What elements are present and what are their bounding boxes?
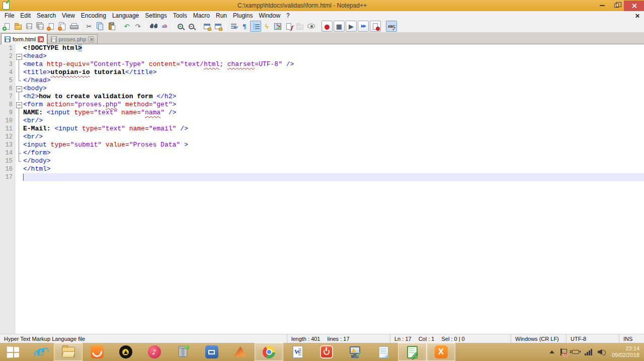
- toolbar-sync-vertical-scroll-button[interactable]: [201, 21, 212, 32]
- editor-line[interactable]: <h2>how to create validation form </h2>: [23, 93, 644, 101]
- toolbar-copy-button[interactable]: [95, 21, 106, 32]
- taskbar-vmware-icon[interactable]: [197, 343, 226, 361]
- toolbar-close-button[interactable]: [46, 21, 57, 32]
- menu-item-search[interactable]: Search: [34, 12, 59, 20]
- toolbar-document-map-button[interactable]: [272, 21, 283, 32]
- toolbar-show-all-characters-button[interactable]: ¶: [239, 21, 250, 32]
- tab-close-icon[interactable]: [38, 36, 44, 42]
- menu-item-help[interactable]: ?: [283, 12, 293, 20]
- editor-line[interactable]: <!DOCTYPE html>: [23, 44, 644, 52]
- menu-item-edit[interactable]: Edit: [17, 12, 34, 20]
- taskbar-shutdown-icon[interactable]: [312, 343, 341, 361]
- editor-line[interactable]: <body>: [23, 85, 644, 93]
- editor-line[interactable]: <br/>: [23, 117, 644, 125]
- toolbar-zoom-out-button[interactable]: −: [186, 21, 197, 32]
- toolbar-undo-button[interactable]: ↶: [121, 21, 132, 32]
- menu-item-macro[interactable]: Macro: [190, 12, 213, 20]
- toolbar-spell-check-button[interactable]: ABC✓: [386, 21, 397, 32]
- taskbar-file-explorer-icon[interactable]: [54, 343, 83, 361]
- taskbar-notepad-plus-plus-icon[interactable]: [398, 343, 427, 361]
- toolbar-redo-button[interactable]: ↷: [132, 21, 143, 32]
- toolbar-save-all-button[interactable]: [35, 21, 46, 32]
- menu-close-icon[interactable]: [635, 14, 639, 18]
- status-typing-mode[interactable]: INS: [619, 334, 644, 343]
- close-button[interactable]: [624, 1, 644, 11]
- taskbar-clock[interactable]: 23:14 09/02/2018: [612, 345, 639, 358]
- toolbar-print-button[interactable]: [68, 21, 79, 32]
- power-battery-icon[interactable]: [572, 350, 579, 354]
- network-signal-icon[interactable]: [585, 349, 592, 355]
- editor-line[interactable]: <title>utopian-io tutorial</title>: [23, 68, 644, 77]
- taskbar-internet-explorer-icon[interactable]: e: [25, 343, 54, 361]
- taskbar-start-button[interactable]: [1, 343, 25, 361]
- taskbar-aimp-icon[interactable]: [111, 343, 140, 361]
- taskbar-uc-browser-icon[interactable]: [83, 343, 111, 361]
- show-hidden-icons-icon[interactable]: [549, 350, 554, 353]
- toolbar-zoom-in-button[interactable]: +: [175, 21, 186, 32]
- taskbar-word-icon[interactable]: W: [283, 343, 312, 361]
- fold-collapse-box[interactable]: [16, 101, 23, 109]
- taskbar-xampp-icon[interactable]: X: [427, 343, 455, 361]
- taskbar-chrome-icon[interactable]: [255, 343, 283, 361]
- action-center-icon[interactable]: [560, 348, 567, 356]
- code-editor[interactable]: 1234567891011121314151617 <!DOCTYPE html…: [0, 44, 644, 334]
- taskbar-ccleaner-icon[interactable]: [169, 343, 197, 361]
- editor-line[interactable]: </html>: [23, 165, 644, 173]
- menu-item-run[interactable]: Run: [213, 12, 230, 20]
- menu-item-encoding[interactable]: Encoding: [78, 12, 109, 20]
- menu-item-language[interactable]: Language: [109, 12, 142, 20]
- taskbar-notepad-icon[interactable]: [369, 343, 398, 361]
- toolbar-folder-as-workspace-button[interactable]: [294, 21, 305, 32]
- toolbar-find-button[interactable]: [148, 21, 159, 32]
- toolbar-macro-save-button[interactable]: [370, 21, 381, 32]
- editor-line[interactable]: <br/>: [23, 133, 644, 141]
- status-encoding[interactable]: UTF-8: [566, 334, 619, 343]
- toolbar-paste-button[interactable]: [106, 21, 117, 32]
- toolbar-function-list-button[interactable]: ϟ: [261, 21, 272, 32]
- minimize-button[interactable]: [595, 1, 609, 11]
- toolbar-close-all-button[interactable]: [57, 21, 68, 32]
- toolbar-macro-play-button[interactable]: ▶: [346, 21, 357, 32]
- toolbar-doc-switcher-button[interactable]: ƒ: [283, 21, 294, 32]
- editor-line-current[interactable]: [23, 173, 644, 181]
- menu-item-tools[interactable]: Tools: [170, 12, 190, 20]
- toolbar-word-wrap-button[interactable]: ↩: [228, 21, 239, 32]
- menu-item-view[interactable]: View: [59, 12, 78, 20]
- menu-item-settings[interactable]: Settings: [142, 12, 170, 20]
- toolbar-macro-record-button[interactable]: ●: [321, 21, 333, 32]
- taskbar-matlab-icon[interactable]: [226, 343, 255, 361]
- editor-line[interactable]: </head>: [23, 77, 644, 85]
- editor-line[interactable]: <input type="submit" value="Proses Data"…: [23, 141, 644, 149]
- toolbar-document-monitoring-button[interactable]: [305, 21, 316, 32]
- menu-item-window[interactable]: Window: [256, 12, 283, 20]
- editor-line[interactable]: NAME: <input type="text" name="nama" />: [23, 109, 644, 117]
- editor-line[interactable]: <meta http-equiv="Content-Type" content=…: [23, 60, 644, 68]
- toolbar-open-button[interactable]: [13, 21, 24, 32]
- fold-collapse-box[interactable]: [16, 52, 23, 60]
- volume-icon[interactable]: [598, 349, 606, 355]
- tab-form.html[interactable]: form.html: [1, 33, 47, 44]
- tab-proses.php[interactable]: proses.php: [47, 34, 98, 44]
- menu-item-file[interactable]: File: [2, 12, 17, 20]
- editor-line[interactable]: E-Mail: <input type="text" name="email" …: [23, 125, 644, 133]
- status-eol-format[interactable]: Windows (CR LF): [511, 334, 566, 343]
- fold-collapse-box[interactable]: [16, 85, 23, 93]
- toolbar-sync-horizontal-scroll-button[interactable]: [212, 21, 223, 32]
- editor-line[interactable]: <head>: [23, 52, 644, 60]
- toolbar-save-button[interactable]: [24, 21, 35, 32]
- toolbar-new-file-button[interactable]: [2, 21, 13, 32]
- toolbar-show-indent-guide-button[interactable]: [250, 21, 261, 32]
- toolbar-replace-button[interactable]: ab: [159, 21, 170, 32]
- tab-close-icon[interactable]: [88, 36, 94, 42]
- toolbar-cut-button[interactable]: ✂: [84, 21, 95, 32]
- editor-line[interactable]: <form action="proses.php" method="get">: [23, 101, 644, 109]
- menu-item-plugins[interactable]: Plugins: [230, 12, 256, 20]
- editor-line[interactable]: </body>: [23, 157, 644, 165]
- toolbar-macro-stop-button[interactable]: ■: [334, 21, 345, 32]
- taskbar-pc-activator-icon[interactable]: ✓: [341, 343, 369, 361]
- restore-button[interactable]: [609, 1, 624, 11]
- code-area[interactable]: <!DOCTYPE html><head><meta http-equiv="C…: [23, 44, 644, 334]
- taskbar-itunes-icon[interactable]: ♪: [140, 343, 169, 361]
- editor-line[interactable]: </form>: [23, 149, 644, 157]
- toolbar-macro-run-multiple-button[interactable]: ▶▶: [358, 21, 369, 32]
